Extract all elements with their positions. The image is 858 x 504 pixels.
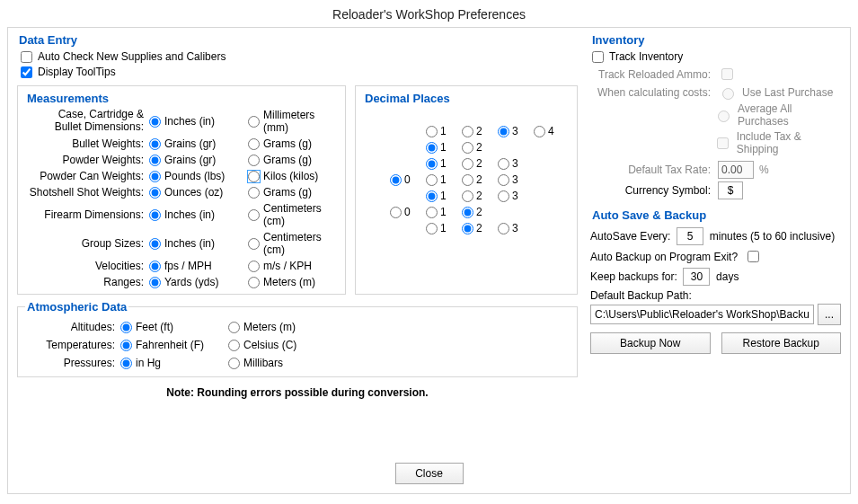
decimal-radio[interactable]: 0 [390, 206, 426, 218]
decimal-option-label: 1 [440, 190, 447, 202]
meas-radio[interactable]: Centimeters (cm) [248, 202, 338, 227]
atm-label: Temperatures: [31, 339, 120, 351]
atm-label: Altitudes: [31, 321, 120, 333]
atmospheric-group: Atmospheric Data Altitudes:Feet (ft)Mete… [17, 300, 578, 377]
tax-unit-label: % [759, 164, 769, 176]
meas-radio[interactable]: Centimeters (cm) [248, 231, 338, 256]
decimal-option-label: 3 [512, 173, 518, 186]
meas-option-label: Millimeters (mm) [263, 109, 338, 134]
decimal-radio[interactable]: 1 [426, 206, 462, 218]
meas-option-label: Centimeters (cm) [263, 202, 338, 227]
meas-label: Case, Cartridge &Bullet Dimensions: [25, 109, 149, 134]
meas-label: Ranges: [25, 276, 149, 288]
atm-radio[interactable]: in Hg [120, 357, 228, 369]
meas-option-label: Ounces (oz) [164, 186, 223, 199]
meas-radio[interactable]: Inches (in) [149, 237, 248, 250]
atm-radio[interactable]: Meters (m) [228, 321, 327, 333]
autocheck-checkbox[interactable] [21, 51, 32, 63]
meas-radio[interactable]: Grains (gr) [149, 137, 248, 150]
decimal-option-label: 2 [476, 125, 482, 137]
decimal-radio[interactable]: 3 [498, 125, 534, 137]
decimal-radio[interactable]: 1 [426, 141, 462, 154]
auto-exit-checkbox[interactable] [747, 251, 759, 262]
backup-path-input[interactable] [590, 305, 814, 324]
costs-label: When calculating costs: [590, 86, 718, 99]
tooltips-label: Display ToolTips [38, 66, 116, 78]
decimal-radio[interactable]: 1 [426, 125, 462, 137]
decimal-group: Decimal Places 1234121230123123012123 [355, 85, 578, 295]
meas-radio[interactable]: Grams (g) [248, 186, 338, 199]
meas-radio[interactable]: Inches (in) [149, 115, 248, 128]
meas-option-label: Inches (in) [164, 237, 215, 250]
autosave-input[interactable] [677, 227, 703, 245]
meas-option-label: Yards (yds) [164, 276, 218, 288]
decimal-option-label: 3 [512, 190, 518, 202]
meas-label: Group Sizes: [25, 237, 149, 250]
close-button[interactable]: Close [395, 463, 464, 484]
keep-backups-input[interactable] [683, 268, 710, 286]
meas-radio[interactable]: Grams (g) [248, 137, 338, 150]
decimal-option-label: 4 [548, 125, 554, 137]
track-inventory-checkbox[interactable] [592, 51, 604, 63]
decimal-radio[interactable]: 2 [462, 222, 498, 234]
restore-backup-button[interactable]: Restore Backup [721, 332, 842, 354]
decimal-radio[interactable]: 1 [426, 173, 462, 186]
meas-option-label: Grams (g) [263, 186, 312, 199]
meas-radio[interactable]: Millimeters (mm) [248, 109, 338, 134]
decimal-option-label: 1 [440, 222, 447, 234]
tooltips-checkbox[interactable] [21, 66, 32, 78]
meas-radio[interactable]: Inches (in) [149, 208, 248, 221]
reloaded-ammo-checkbox [721, 68, 733, 80]
atm-radio[interactable]: Fahrenheit (F) [120, 339, 228, 351]
include-tax-label: Include Tax & Shipping [737, 130, 841, 155]
decimal-radio[interactable]: 3 [498, 190, 534, 202]
decimal-radio[interactable]: 1 [426, 157, 462, 170]
meas-option-label: Centimeters (cm) [263, 231, 338, 256]
meas-radio[interactable]: fps / MPH [149, 260, 248, 272]
autosave-unit-label: minutes (5 to 60 inclusive) [710, 230, 835, 243]
backup-title: Auto Save & Backup [590, 208, 841, 222]
meas-radio[interactable]: Meters (m) [248, 276, 338, 288]
average-purchases-radio [718, 111, 730, 122]
decimal-radio[interactable]: 2 [462, 141, 498, 154]
decimal-radio[interactable]: 2 [462, 125, 498, 137]
reloaded-ammo-label: Track Reloaded Ammo: [590, 68, 718, 81]
atm-option-label: Millibars [243, 357, 283, 369]
meas-radio[interactable]: Grams (g) [248, 154, 338, 166]
meas-label: Velocities: [25, 260, 149, 272]
atm-option-label: Fahrenheit (F) [136, 339, 204, 351]
track-inventory-label: Track Inventory [609, 50, 683, 63]
meas-radio[interactable]: Kilos (kilos) [248, 170, 338, 182]
conversion-note: Note: Rounding errors possible during co… [17, 386, 578, 399]
decimal-radio[interactable]: 1 [426, 222, 462, 234]
meas-option-label: m/s / KPH [263, 260, 312, 272]
meas-radio[interactable]: Ounces (oz) [149, 186, 248, 199]
decimal-radio[interactable]: 2 [462, 157, 498, 170]
use-last-purchase-radio [722, 88, 734, 100]
content-panel: Data Entry Auto Check New Supplies and C… [7, 27, 851, 494]
decimal-radio[interactable]: 2 [462, 190, 498, 202]
currency-input[interactable] [718, 181, 743, 199]
decimal-radio[interactable]: 3 [498, 222, 534, 234]
meas-option-label: Kilos (kilos) [263, 170, 318, 182]
decimal-radio[interactable]: 1 [426, 190, 462, 202]
decimal-radio[interactable]: 0 [390, 173, 426, 186]
atm-radio[interactable]: Millibars [228, 357, 327, 369]
meas-option-label: Inches (in) [164, 208, 215, 221]
backup-now-button[interactable]: Backup Now [590, 332, 711, 354]
meas-radio[interactable]: Grains (gr) [149, 154, 248, 166]
autosave-label: AutoSave Every: [590, 230, 670, 243]
browse-button[interactable]: ... [818, 304, 841, 325]
atm-radio[interactable]: Feet (ft) [120, 321, 228, 333]
decimal-radio[interactable]: 3 [498, 173, 534, 186]
decimal-radio[interactable]: 2 [462, 173, 498, 186]
meas-radio[interactable]: m/s / KPH [248, 260, 338, 272]
backup-path-label: Default Backup Path: [590, 289, 841, 302]
meas-radio[interactable]: Pounds (lbs) [149, 170, 248, 182]
meas-radio[interactable]: Yards (yds) [149, 276, 248, 288]
decimal-radio[interactable]: 4 [534, 125, 570, 137]
decimal-option-label: 0 [404, 173, 411, 186]
decimal-radio[interactable]: 2 [462, 206, 498, 218]
decimal-radio[interactable]: 3 [498, 157, 534, 170]
atm-radio[interactable]: Celsius (C) [228, 339, 327, 351]
